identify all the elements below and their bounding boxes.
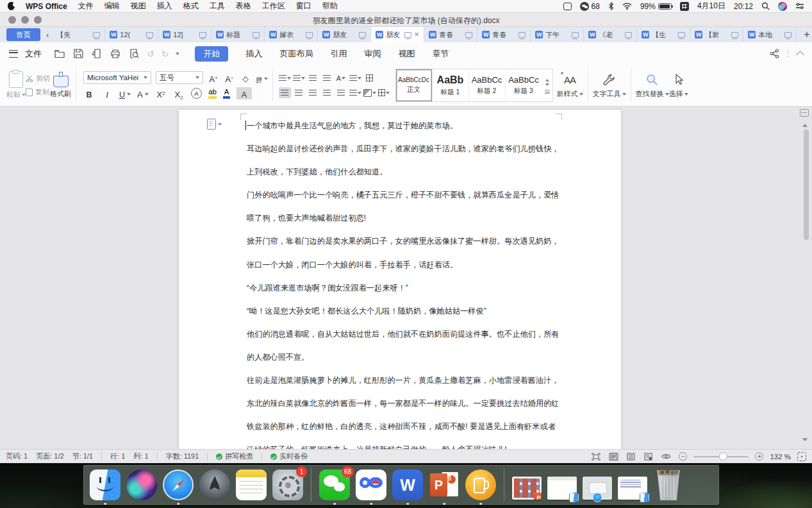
document-tab[interactable]: W 本地: [743, 27, 797, 42]
document-tab[interactable]: W 标题: [211, 27, 265, 42]
style-heading2[interactable]: AaBbCc标题 2: [469, 69, 506, 101]
menu-workspace[interactable]: 工作区: [262, 1, 285, 12]
ribbon-tab-section[interactable]: 章节: [432, 48, 449, 60]
dock-wechat[interactable]: 68: [319, 470, 350, 500]
format-painter-button[interactable]: 格式刷: [50, 72, 71, 99]
paste-button[interactable]: 粘贴: [6, 71, 26, 99]
strikethrough-button[interactable]: A: [137, 88, 149, 99]
document-line[interactable]: 铁盆装的那种，红的鲜艳，白的透亮，这种甜而不辣，咸而不酸! 要是遇见上面有虾米或…: [247, 415, 558, 438]
spell-check-status[interactable]: 拼写检查: [216, 452, 253, 461]
menubar-app-name[interactable]: WPS Office: [26, 2, 67, 11]
redo-icon[interactable]: ↻: [162, 49, 169, 59]
ribbon-tab-review[interactable]: 审阅: [364, 48, 381, 60]
copy-button[interactable]: 复制: [26, 87, 50, 97]
window-zoom-button[interactable]: [34, 16, 42, 24]
document-text[interactable]: 一个城市中最具生活气息的地方，我想，莫过于她的菜市场。 耳边响起的是讨价还价的声…: [247, 114, 558, 449]
clear-format-button[interactable]: ◇: [240, 72, 251, 83]
ribbon-tab-references[interactable]: 引用: [330, 48, 347, 60]
save-icon[interactable]: [72, 48, 84, 60]
file-menu-button[interactable]: 文件: [25, 48, 42, 60]
zoom-level[interactable]: 132 %: [770, 453, 791, 461]
justify-button[interactable]: [321, 87, 333, 98]
document-tab[interactable]: W 【生: [637, 27, 690, 42]
eye-protection-icon[interactable]: [660, 452, 672, 461]
tab-scroll-back-icon[interactable]: ‹: [43, 27, 52, 42]
fit-page-view-icon[interactable]: [590, 452, 602, 461]
find-replace-button[interactable]: 查找替换: [636, 72, 669, 99]
dock-finder[interactable]: [90, 470, 120, 500]
document-line[interactable]: 的人都心照不宣。: [247, 346, 558, 369]
distribute-button[interactable]: [335, 87, 347, 98]
menubar-date[interactable]: 4月10日: [697, 1, 725, 12]
document-tab[interactable]: W 《老: [584, 27, 637, 42]
dock-baidu-netdisk[interactable]: [356, 470, 386, 500]
minimized-window-finder[interactable]: [547, 477, 577, 500]
italic-button[interactable]: I: [101, 88, 113, 99]
select-button[interactable]: 选择: [669, 72, 688, 99]
document-line[interactable]: 往前走是泡菜灌肠腌萝卜的摊儿，红彤彤的一片，黄瓜条上撒着芝麻，小地雷浸着酱油汁，: [247, 369, 558, 392]
document-line[interactable]: 张口一个大娘，闭口一个大娘的叫着，手拉着手，话赶着话。: [247, 253, 558, 276]
ribbon-tab-insert[interactable]: 插入: [245, 48, 262, 60]
ribbon-tab-page-layout[interactable]: 页面布局: [279, 48, 313, 60]
increase-indent-button[interactable]: [321, 72, 333, 83]
highlight-color-button[interactable]: ab: [208, 89, 217, 99]
new-style-button[interactable]: AA 新样式: [557, 72, 583, 99]
document-tab[interactable]: W 朋友: [318, 27, 371, 42]
wifi-icon[interactable]: [622, 3, 632, 10]
zoom-slider-handle[interactable]: [719, 452, 727, 461]
paragraph-layout-button[interactable]: [363, 72, 376, 83]
dock-launchpad[interactable]: [199, 470, 230, 500]
document-tab-active[interactable]: W 朋友 ✕: [371, 27, 424, 42]
bluetooth-icon[interactable]: [608, 2, 614, 10]
document-tab[interactable]: W 12]: [158, 27, 211, 42]
window-close-button[interactable]: [8, 16, 16, 24]
decrease-indent-button[interactable]: [307, 72, 319, 83]
document-tab[interactable]: W 下午: [531, 27, 584, 42]
document-tab[interactable]: W 嫁衣: [265, 27, 318, 42]
zoom-in-button[interactable]: +: [755, 452, 763, 461]
minimized-window-safari[interactable]: [583, 477, 612, 500]
open-file-icon[interactable]: [54, 48, 65, 60]
shrink-font-button[interactable]: A−: [224, 72, 235, 83]
menubar-time[interactable]: 20:12: [734, 2, 753, 11]
phonetic-guide-button[interactable]: 拼: [256, 72, 268, 83]
grow-font-button[interactable]: A+: [208, 72, 219, 83]
print-icon[interactable]: [110, 48, 121, 60]
outline-view-icon[interactable]: [626, 452, 636, 461]
styles-more-icon[interactable]: [545, 90, 550, 94]
styles-scroll-up-icon[interactable]: [545, 77, 549, 81]
dock-wps-writer[interactable]: W: [392, 470, 423, 500]
scroll-up-arrow[interactable]: [802, 121, 808, 127]
tab-close-icon[interactable]: ✕: [414, 31, 419, 38]
page-view-icon[interactable]: [608, 452, 619, 461]
shading-button[interactable]: [363, 87, 376, 98]
bullet-list-button[interactable]: [279, 72, 291, 83]
document-tab[interactable]: W 【新: [690, 27, 743, 42]
scroll-down-arrow[interactable]: [802, 438, 808, 444]
main-menu-icon[interactable]: [9, 50, 18, 58]
paragraph-options-button[interactable]: [207, 119, 222, 130]
numbered-list-button[interactable]: [293, 72, 305, 83]
dock-powerpoint[interactable]: P: [429, 470, 460, 500]
document-tab[interactable]: 【失: [52, 27, 105, 42]
document-line[interactable]: 上到税改，下到婆媳，他们什么都知道。: [247, 160, 558, 183]
minimized-window-document[interactable]: [618, 477, 647, 500]
document-line[interactable]: 东北的辣白菜就像北京的炸酱面一样，每一家都是不一样的味儿。一定要挑过去结婚用的红: [247, 392, 558, 415]
control-center-icon[interactable]: [795, 3, 804, 10]
wechat-menubar-icon[interactable]: [580, 2, 589, 11]
ribbon-tab-home[interactable]: 开始: [195, 46, 228, 62]
menu-extra-icon[interactable]: [563, 3, 572, 10]
menu-format[interactable]: 格式: [183, 1, 199, 12]
menu-help[interactable]: 帮助: [322, 1, 338, 12]
document-line[interactable]: 他们的消息通着呢，自从大姑姑过世后，他们就不在奶奶面前提这件事。也不止他们，所有: [247, 323, 558, 346]
menu-tools[interactable]: 工具: [210, 1, 225, 12]
character-shading-button[interactable]: A: [236, 87, 252, 99]
fullscreen-icon[interactable]: [797, 452, 806, 461]
spotlight-search-icon[interactable]: [761, 2, 770, 10]
borders-button[interactable]: [378, 87, 390, 98]
new-tab-button[interactable]: +: [797, 27, 812, 42]
live-backup-status[interactable]: 实时备份: [270, 452, 308, 461]
align-right-button[interactable]: [307, 87, 319, 98]
font-name-select[interactable]: Microsoft YaHei: [83, 71, 151, 84]
text-direction-button[interactable]: A: [335, 72, 347, 83]
